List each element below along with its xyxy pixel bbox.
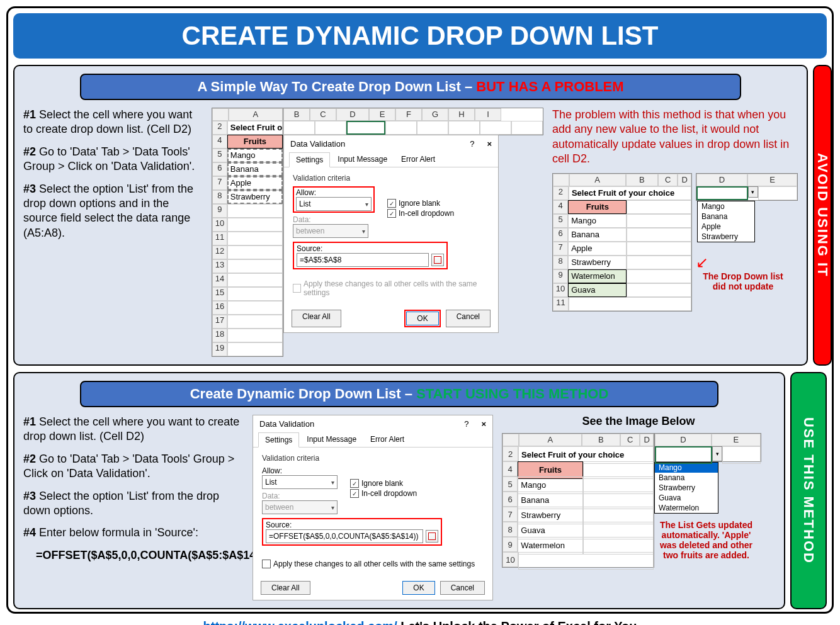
tab-settings[interactable]: Settings <box>258 432 299 448</box>
section1-problem: The problem with this method is that whe… <box>552 108 798 167</box>
footer: https://www.excelunlocked.com/ Let's Unl… <box>13 616 827 625</box>
footer-link[interactable]: https://www.excelunlocked.com/ <box>203 619 397 625</box>
excel-col-headers-1: BCDEFGHI <box>283 108 543 135</box>
dropdown-list-problem[interactable]: Mango Banana Apple Strawberry <box>697 201 755 242</box>
close-icon[interactable]: × <box>481 419 486 429</box>
tab-settings[interactable]: Settings <box>289 152 330 167</box>
clear-all-button[interactable]: Clear All <box>261 581 310 595</box>
data-combo: between▾ <box>262 500 338 514</box>
section2-steps: #1 Select the cell where you want to cre… <box>23 415 244 600</box>
tab-input-message[interactable]: Input Message <box>300 432 363 447</box>
incell-dropdown-checkbox[interactable]: ✓ <box>350 489 359 498</box>
tab-error-alert[interactable]: Error Alert <box>364 432 411 447</box>
incell-dropdown-checkbox[interactable]: ✓ <box>387 209 396 218</box>
side-tab-avoid: AVOID USING IT <box>813 65 832 366</box>
allow-combo[interactable]: List▾ <box>262 475 338 489</box>
ok-button[interactable]: OK <box>402 581 434 595</box>
excel-dropdown-solution: DE ▾ <box>654 433 761 462</box>
data-validation-dialog-1: Data Validation ?× Settings Input Messag… <box>283 135 499 333</box>
chevron-down-icon: ▾ <box>331 479 334 486</box>
excel-dropdown-problem: DE ▾ <box>696 173 798 201</box>
excel-grid-problem: ABCD 2Select Fruit of your choice 4Fruit… <box>552 173 692 312</box>
dropdown-list-solution[interactable]: Mango Banana Strawberry Guava Watermelon <box>654 462 718 514</box>
excel-grid-1: A 2Select Fruit of your choice 4Fruits 5… <box>212 108 283 357</box>
arrow-icon: ↙ <box>696 254 708 271</box>
tab-error-alert[interactable]: Error Alert <box>395 152 441 167</box>
side-tab-use: USE THIS METHOD <box>790 372 827 609</box>
problem-annotation: The Drop Down list did not update <box>696 271 790 291</box>
allow-combo[interactable]: List▾ <box>296 197 372 211</box>
ignore-blank-checkbox[interactable]: ✓ <box>350 479 359 488</box>
section1-header: A Simple Way To Create Drop Down List – … <box>80 74 741 100</box>
dialog-title: Data Validation <box>290 139 345 149</box>
see-image-below: See the Image Below <box>502 415 775 428</box>
offset-formula: =OFFSET($A$5,0,0,COUNTA($A$5:$A$14)) <box>36 548 244 563</box>
data-combo: between▾ <box>293 224 368 238</box>
close-icon[interactable]: × <box>487 139 492 149</box>
section1-steps: #1 Select the cell where you want to cre… <box>23 108 203 357</box>
ok-button[interactable]: OK <box>406 312 438 325</box>
tab-input-message[interactable]: Input Message <box>331 152 394 167</box>
range-select-icon[interactable] <box>431 254 444 266</box>
clear-all-button[interactable]: Clear All <box>292 310 341 327</box>
dropdown-toggle[interactable]: ▾ <box>748 186 758 198</box>
source-input[interactable]: =$A$5:$A$8 <box>297 253 429 267</box>
dropdown-toggle[interactable]: ▾ <box>712 446 722 461</box>
solution-annotation: The List Gets updated automatically. 'Ap… <box>654 520 758 560</box>
page-title: CREATE DYNAMIC DROP DOWN LIST <box>13 13 827 59</box>
source-input[interactable]: =OFFSET($A$5,0,0,COUNTA($A$5:$A$14)) <box>266 529 423 543</box>
ignore-blank-checkbox[interactable]: ✓ <box>387 199 396 208</box>
section2-header: Create Dynamic Drop Down List – START US… <box>80 381 718 407</box>
range-select-icon[interactable] <box>426 530 438 543</box>
chevron-down-icon: ▾ <box>365 201 368 208</box>
excel-grid-solution: ABCD 2Select Fruit of your choice 4Fruit… <box>502 433 654 568</box>
data-validation-dialog-2: Data Validation ?× Settings Input Messag… <box>253 415 493 600</box>
cancel-button[interactable]: Cancel <box>440 581 485 595</box>
cancel-button[interactable]: Cancel <box>446 310 491 327</box>
